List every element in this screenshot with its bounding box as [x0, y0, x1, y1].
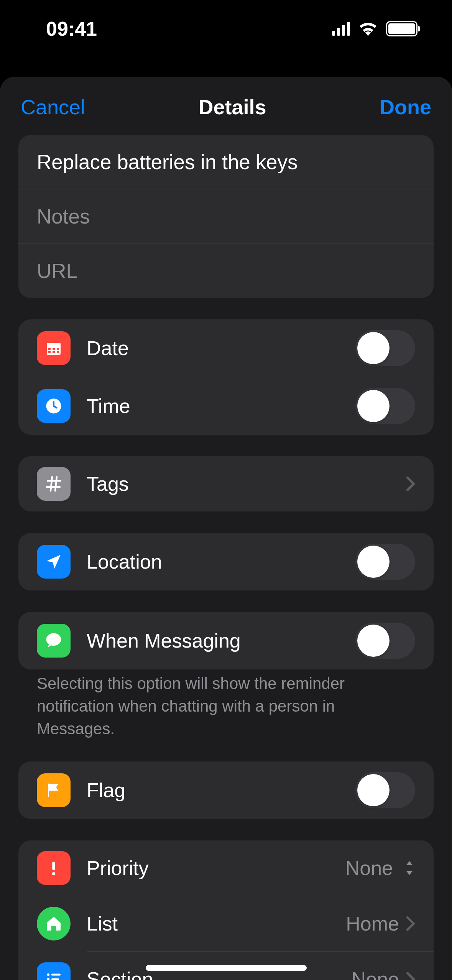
svg-rect-4 — [57, 348, 59, 350]
chevron-right-icon — [406, 972, 415, 980]
clock-icon — [37, 389, 71, 423]
svg-rect-1 — [47, 343, 61, 347]
battery-icon — [386, 21, 417, 36]
messaging-footer-text: Selecting this option will show the remi… — [18, 663, 434, 740]
list-label: List — [87, 912, 346, 935]
priority-value: None — [345, 857, 393, 880]
svg-rect-9 — [52, 862, 55, 870]
reminder-title-input[interactable] — [37, 150, 415, 174]
time-toggle[interactable] — [355, 388, 415, 424]
messaging-toggle[interactable] — [355, 623, 415, 659]
url-input[interactable] — [37, 259, 415, 283]
messaging-label: When Messaging — [87, 629, 355, 652]
list-bullet-icon — [37, 962, 71, 980]
chevron-right-icon — [406, 476, 415, 492]
location-toggle[interactable] — [355, 544, 415, 580]
date-toggle[interactable] — [355, 330, 415, 366]
list-row[interactable]: List Home — [18, 896, 434, 951]
home-icon — [37, 907, 71, 941]
svg-rect-12 — [51, 974, 61, 976]
svg-rect-5 — [48, 351, 51, 353]
details-sheet: Cancel Details Done Date — [0, 77, 452, 980]
tags-row[interactable]: Tags — [18, 456, 434, 511]
page-title: Details — [199, 95, 266, 119]
content-scroll[interactable]: Date Time Tags — [0, 135, 452, 980]
location-row: Location — [18, 533, 434, 590]
home-indicator[interactable] — [146, 965, 307, 971]
date-label: Date — [87, 337, 355, 360]
time-label: Time — [87, 395, 355, 418]
flag-label: Flag — [87, 779, 355, 802]
flag-icon — [37, 773, 71, 807]
exclamation-icon — [37, 851, 71, 885]
notes-input[interactable] — [37, 205, 415, 228]
messaging-group: When Messaging — [18, 612, 434, 669]
status-icons — [332, 21, 417, 36]
svg-rect-2 — [48, 348, 51, 350]
time-row: Time — [18, 377, 434, 435]
svg-rect-3 — [53, 348, 55, 350]
datetime-group: Date Time — [18, 319, 434, 435]
list-value: Home — [346, 912, 399, 935]
metadata-group: Priority None List Home — [18, 840, 434, 980]
svg-point-13 — [47, 978, 49, 980]
priority-row[interactable]: Priority None — [18, 840, 434, 896]
done-button[interactable]: Done — [380, 95, 431, 119]
tags-group: Tags — [18, 456, 434, 511]
svg-point-10 — [52, 872, 55, 875]
message-bubble-icon — [37, 624, 71, 658]
flag-toggle[interactable] — [355, 772, 415, 808]
cellular-signal-icon — [332, 22, 350, 36]
cancel-button[interactable]: Cancel — [21, 95, 85, 119]
flag-group: Flag — [18, 761, 434, 819]
svg-rect-7 — [57, 351, 59, 353]
chevron-right-icon — [406, 916, 415, 931]
calendar-icon — [37, 331, 71, 365]
location-group: Location — [18, 533, 434, 590]
flag-row: Flag — [18, 761, 434, 819]
section-value: None — [352, 968, 399, 980]
priority-label: Priority — [87, 857, 345, 880]
hashtag-icon — [37, 467, 71, 501]
status-bar: 09:41 — [0, 0, 452, 58]
date-row: Date — [18, 319, 434, 377]
wifi-icon — [358, 21, 378, 36]
svg-rect-14 — [51, 978, 59, 980]
svg-rect-6 — [53, 351, 55, 353]
status-time: 09:41 — [46, 17, 97, 40]
nav-bar: Cancel Details Done — [0, 77, 452, 135]
svg-point-11 — [47, 973, 49, 976]
messaging-row: When Messaging — [18, 612, 434, 669]
tags-label: Tags — [87, 472, 406, 495]
text-fields-group — [18, 135, 434, 298]
location-label: Location — [87, 550, 355, 573]
location-arrow-icon — [37, 545, 71, 579]
updown-icon — [404, 860, 415, 876]
